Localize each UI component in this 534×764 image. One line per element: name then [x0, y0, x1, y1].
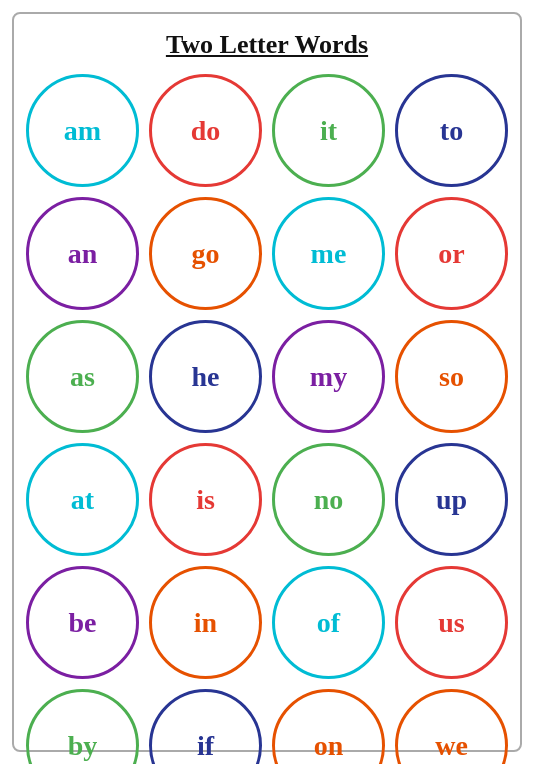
- word-circle-so: so: [395, 320, 508, 433]
- word-circle-my: my: [272, 320, 385, 433]
- word-circle-to: to: [395, 74, 508, 187]
- page-title: Two Letter Words: [166, 30, 368, 60]
- word-circle-in: in: [149, 566, 262, 679]
- word-circle-if: if: [149, 689, 262, 764]
- word-circle-be: be: [26, 566, 139, 679]
- words-grid: amdoittoangomeorashemysoatisnoupbeinofus…: [26, 74, 508, 764]
- word-circle-do: do: [149, 74, 262, 187]
- word-circle-am: am: [26, 74, 139, 187]
- word-circle-on: on: [272, 689, 385, 764]
- word-circle-it: it: [272, 74, 385, 187]
- word-circle-at: at: [26, 443, 139, 556]
- word-circle-us: us: [395, 566, 508, 679]
- word-circle-me: me: [272, 197, 385, 310]
- word-circle-by: by: [26, 689, 139, 764]
- word-circle-an: an: [26, 197, 139, 310]
- word-circle-as: as: [26, 320, 139, 433]
- page: Two Letter Words amdoittoangomeorashemys…: [12, 12, 522, 752]
- word-circle-is: is: [149, 443, 262, 556]
- word-circle-we: we: [395, 689, 508, 764]
- word-circle-he: he: [149, 320, 262, 433]
- word-circle-of: of: [272, 566, 385, 679]
- word-circle-up: up: [395, 443, 508, 556]
- word-circle-go: go: [149, 197, 262, 310]
- word-circle-or: or: [395, 197, 508, 310]
- word-circle-no: no: [272, 443, 385, 556]
